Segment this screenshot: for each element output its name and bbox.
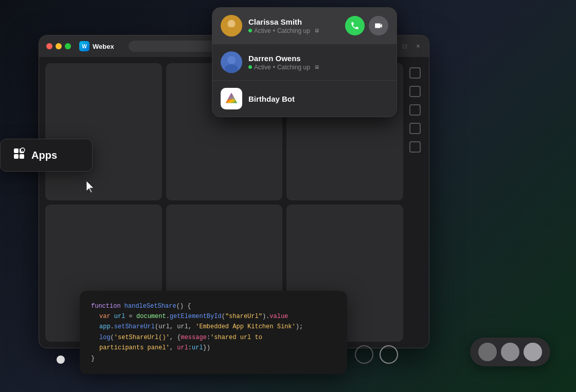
grid-cell-1	[45, 63, 162, 200]
checkbox-3[interactable]	[409, 104, 421, 116]
contact-darren[interactable]: Darren Owens Active • Catching up 🖥	[212, 44, 397, 81]
apps-icon: +	[13, 147, 25, 163]
circle-controls	[355, 345, 398, 364]
contact-clarissa[interactable]: Clarissa Smith Active • Catching up 🖥	[212, 8, 397, 44]
dot-control[interactable]	[57, 356, 65, 364]
svg-rect-12	[14, 154, 19, 159]
checkbox-2[interactable]	[409, 86, 421, 97]
clarissa-info: Clarissa Smith Active • Catching up 🖥	[248, 17, 339, 34]
darren-status: Active • Catching up 🖥	[248, 64, 388, 71]
avatar-birthday-bot	[221, 88, 242, 109]
svg-point-3	[228, 20, 235, 27]
status-dot-darren	[248, 65, 252, 69]
close-button[interactable]: ×	[415, 43, 422, 50]
ctrl-button-3[interactable]	[524, 343, 542, 361]
svg-point-5	[227, 56, 236, 64]
maximize-traffic-light[interactable]	[65, 43, 71, 49]
code-line-2: var url = document.getElementById("share…	[91, 311, 336, 322]
code-block: function handleSetShare() { var url = do…	[80, 291, 347, 374]
avatar-darren	[221, 51, 242, 73]
webex-logo-text: Webex	[93, 43, 114, 50]
code-line-6: }	[91, 353, 336, 364]
code-line-5: participants panel', url:url})	[91, 343, 336, 353]
svg-marker-9	[228, 93, 235, 100]
video-button[interactable]	[369, 16, 388, 35]
svg-point-2	[225, 27, 238, 35]
traffic-lights	[46, 43, 71, 49]
apps-label: Apps	[31, 150, 57, 161]
circle-control-2[interactable]	[380, 345, 398, 364]
darren-info: Darren Owens Active • Catching up 🖥	[248, 54, 388, 71]
svg-rect-10	[14, 148, 19, 153]
svg-text:+: +	[22, 149, 24, 152]
bottom-controls	[470, 338, 550, 366]
circle-control-1[interactable]	[355, 345, 373, 364]
webex-logo-icon: W	[79, 41, 89, 51]
close-traffic-light[interactable]	[46, 43, 52, 49]
checkbox-1[interactable]	[409, 67, 421, 79]
svg-rect-13	[20, 154, 24, 159]
right-sidebar	[407, 63, 423, 342]
darren-name: Darren Owens	[248, 54, 388, 63]
checkbox-4[interactable]	[409, 123, 421, 134]
status-dot	[248, 29, 252, 32]
call-button[interactable]	[345, 16, 365, 35]
cursor	[86, 181, 97, 195]
contact-birthday-bot[interactable]: Birthday Bot	[212, 81, 397, 117]
maximize-button[interactable]: □	[401, 43, 408, 50]
code-line-3: app.setShareUrl(url, url, 'Embedded App …	[91, 322, 336, 332]
clarissa-actions	[345, 16, 388, 35]
webex-logo: W Webex	[79, 41, 114, 51]
bot-name: Birthday Bot	[248, 95, 388, 103]
code-line-1: function handleSetShare() {	[91, 301, 336, 311]
contact-popup: Clarissa Smith Active • Catching up 🖥	[212, 7, 397, 117]
avatar-clarissa	[221, 15, 242, 36]
clarissa-name: Clarissa Smith	[248, 17, 339, 26]
apps-button[interactable]: + Apps	[0, 139, 93, 172]
clarissa-status: Active • Catching up 🖥	[248, 27, 339, 34]
bot-info: Birthday Bot	[248, 95, 388, 103]
ctrl-button-2[interactable]	[501, 343, 519, 361]
checkbox-5[interactable]	[409, 141, 421, 153]
ctrl-button-1[interactable]	[478, 343, 497, 361]
minimize-traffic-light[interactable]	[56, 43, 62, 49]
code-line-4: log('setShareUrl()', {message:'shared ur…	[91, 332, 336, 343]
